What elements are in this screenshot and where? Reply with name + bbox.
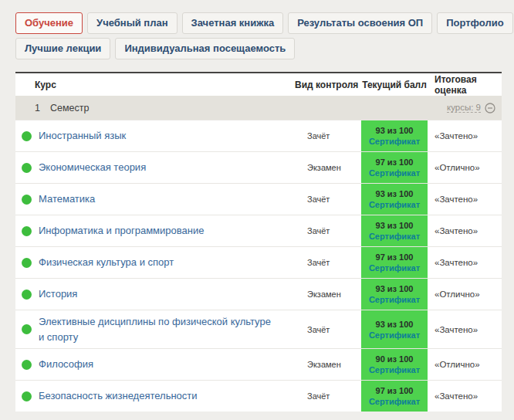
score-cell: 93 из 100 Сертификат <box>361 279 428 310</box>
semester-label: Семестр <box>50 103 89 113</box>
score-value: 93 из 100 <box>376 320 414 329</box>
status-dot-icon <box>22 195 32 205</box>
control-type-cell: Зачёт <box>287 247 361 278</box>
semester-row: 1 Семестр курсы: 9 <box>15 96 502 120</box>
status-dot-icon <box>22 258 32 268</box>
certificate-link[interactable]: Сертификат <box>369 295 420 304</box>
table-row: Физическая культура и спорт Зачёт 97 из … <box>15 246 502 278</box>
score-cell: 93 из 100 Сертификат <box>361 215 428 246</box>
header-control-type: Вид контроля <box>287 80 361 90</box>
final-grade-cell: «Отлично» <box>428 279 502 310</box>
certificate-link[interactable]: Сертификат <box>369 232 420 241</box>
score-cell: 97 из 100 Сертификат <box>361 152 428 183</box>
course-cell: Математика <box>15 184 287 215</box>
score-value: 93 из 100 <box>376 221 414 230</box>
control-type-cell: Экзамен <box>287 279 361 310</box>
final-grade-cell: «Отлично» <box>428 349 502 380</box>
course-cell: Иностранный язык <box>15 120 287 151</box>
course-rows: Иностранный язык Зачёт 93 из 100 Сертифи… <box>15 120 502 412</box>
score-cell: 97 из 100 Сертификат <box>361 247 428 278</box>
status-dot-icon <box>22 131 32 141</box>
header-course: Курс <box>15 80 287 90</box>
semester-courses-area: курсы: 9 <box>447 103 502 113</box>
status-dot-icon <box>22 226 32 236</box>
score-cell: 93 из 100 Сертификат <box>361 184 428 215</box>
table-header-row: Курс Вид контроля Текущий балл Итоговая … <box>15 73 502 96</box>
control-type-cell: Зачёт <box>287 184 361 215</box>
course-link[interactable]: История <box>39 286 77 302</box>
status-dot-icon <box>22 391 32 401</box>
table-row: Философия Экзамен 90 из 100 Сертификат «… <box>15 348 502 380</box>
grades-table: Курс Вид контроля Текущий балл Итоговая … <box>15 72 502 412</box>
course-link[interactable]: Философия <box>39 357 93 372</box>
score-value: 90 из 100 <box>376 354 414 364</box>
course-link[interactable]: Элективные дисциплины по физической куль… <box>39 314 278 344</box>
tab-row-1: Обучение Учебный план Зачетная книжка Ре… <box>15 12 503 34</box>
control-type-cell: Зачёт <box>287 310 361 348</box>
tabs-area: Обучение Учебный план Зачетная книжка Ре… <box>0 0 514 59</box>
certificate-link[interactable]: Сертификат <box>369 263 420 273</box>
course-link[interactable]: Иностранный язык <box>39 128 126 144</box>
score-badge: 90 из 100 Сертификат <box>361 349 428 380</box>
semester-number: 1 <box>35 103 40 113</box>
table-row: Иностранный язык Зачёт 93 из 100 Сертифи… <box>15 120 502 151</box>
score-badge: 93 из 100 Сертификат <box>361 215 428 246</box>
table-row: Безопасность жизнедеятельности Зачёт 97 … <box>15 380 502 412</box>
score-cell: 90 из 100 Сертификат <box>361 349 428 380</box>
course-cell: Философия <box>15 349 287 380</box>
course-cell: Физическая культура и спорт <box>15 247 287 278</box>
tab-individualnaya-poseshchaemost[interactable]: Индивидуальная посещаемость <box>115 38 295 59</box>
table-row: Информатика и программирование Зачёт 93 … <box>15 215 502 246</box>
certificate-link[interactable]: Сертификат <box>369 365 420 374</box>
final-grade-cell: «Зачтено» <box>428 215 502 246</box>
score-value: 97 из 100 <box>376 386 414 395</box>
course-link[interactable]: Физическая культура и спорт <box>39 255 174 270</box>
score-badge: 97 из 100 Сертификат <box>361 152 428 183</box>
score-value: 93 из 100 <box>376 284 414 293</box>
score-value: 97 из 100 <box>376 252 414 262</box>
control-type-cell: Зачёт <box>287 215 361 246</box>
final-grade-cell: «Зачтено» <box>428 184 502 215</box>
final-grade-cell: «Зачтено» <box>428 120 502 151</box>
tab-luchshie-lekcii[interactable]: Лучшие лекции <box>15 38 110 59</box>
final-grade-cell: «Зачтено» <box>428 310 502 348</box>
final-grade-cell: «Зачтено» <box>428 247 502 278</box>
certificate-link[interactable]: Сертификат <box>369 137 420 146</box>
control-type-cell: Зачёт <box>287 381 361 412</box>
tab-zachetnaya-knizhka[interactable]: Зачетная книжка <box>182 12 284 34</box>
course-cell: Информатика и программирование <box>15 215 287 246</box>
score-badge: 93 из 100 Сертификат <box>361 120 428 151</box>
certificate-link[interactable]: Сертификат <box>369 330 420 340</box>
tab-row-2: Лучшие лекции Индивидуальная посещаемост… <box>15 38 503 59</box>
certificate-link[interactable]: Сертификат <box>369 200 420 209</box>
status-dot-icon <box>22 163 32 173</box>
courses-count-link[interactable]: курсы: 9 <box>447 103 481 113</box>
tab-obuchenie[interactable]: Обучение <box>15 12 83 34</box>
header-final-grade: Итоговая оценка <box>428 74 502 96</box>
table-row: Экономическая теория Экзамен 97 из 100 С… <box>15 151 502 183</box>
course-cell: Элективные дисциплины по физической куль… <box>15 310 287 348</box>
status-dot-icon <box>22 324 32 334</box>
course-link[interactable]: Безопасность жизнедеятельности <box>39 388 198 404</box>
header-current-score: Текущий балл <box>361 80 428 90</box>
final-grade-cell: «Отлично» <box>428 152 502 183</box>
course-link[interactable]: Информатика и программирование <box>39 223 204 239</box>
score-cell: 97 из 100 Сертификат <box>361 381 428 412</box>
tab-uchebny-plan[interactable]: Учебный план <box>87 12 177 34</box>
score-value: 97 из 100 <box>376 158 414 167</box>
collapse-semester-icon[interactable] <box>485 103 495 113</box>
score-value: 93 из 100 <box>376 189 414 198</box>
tab-portfolio[interactable]: Портфолио <box>437 12 512 34</box>
control-type-cell: Зачёт <box>287 120 361 151</box>
tab-rezultaty-osvoeniya-op[interactable]: Результаты освоения ОП <box>288 12 432 34</box>
course-cell: Экономическая теория <box>15 152 287 183</box>
certificate-link[interactable]: Сертификат <box>369 168 420 178</box>
certificate-link[interactable]: Сертификат <box>369 397 420 406</box>
course-link[interactable]: Математика <box>39 191 95 207</box>
control-type-cell: Экзамен <box>287 152 361 183</box>
course-link[interactable]: Экономическая теория <box>39 160 146 175</box>
final-grade-cell: «Зачтено» <box>428 381 502 412</box>
status-dot-icon <box>22 360 32 370</box>
score-badge: 93 из 100 Сертификат <box>361 184 428 215</box>
score-cell: 93 из 100 Сертификат <box>361 310 428 348</box>
